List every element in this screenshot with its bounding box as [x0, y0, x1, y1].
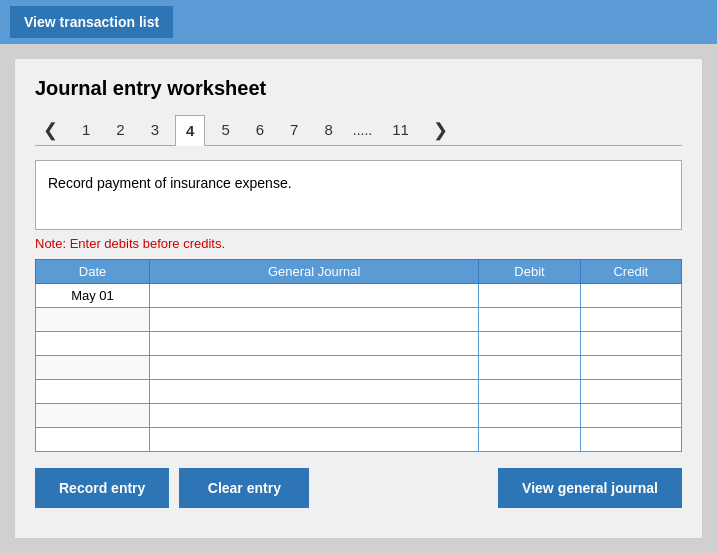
view-transaction-button[interactable]: View transaction list [10, 6, 173, 38]
debit-input-7[interactable] [479, 428, 579, 451]
debit-cell-3[interactable] [479, 332, 580, 356]
gj-input-1[interactable] [150, 284, 478, 307]
buttons-row: Record entry Clear entry View general jo… [35, 468, 682, 508]
debit-cell-6[interactable] [479, 404, 580, 428]
page-title: Journal entry worksheet [35, 77, 682, 100]
col-header-debit: Debit [479, 260, 580, 284]
debit-cell-2[interactable] [479, 308, 580, 332]
description-text: Record payment of insurance expense. [48, 175, 292, 191]
prev-page-button[interactable]: ❮ [35, 115, 66, 145]
credit-input-3[interactable] [581, 332, 681, 355]
gj-cell-5[interactable] [150, 380, 479, 404]
debit-input-6[interactable] [479, 404, 579, 427]
table-row: May 01 [36, 284, 682, 308]
credit-cell-7[interactable] [580, 428, 681, 452]
credit-cell-5[interactable] [580, 380, 681, 404]
credit-cell-1[interactable] [580, 284, 681, 308]
main-container: Journal entry worksheet ❮ 1 2 3 4 5 6 7 … [14, 58, 703, 539]
gj-cell-3[interactable] [150, 332, 479, 356]
page-2-button[interactable]: 2 [106, 115, 134, 144]
gj-input-2[interactable] [150, 308, 478, 331]
table-row [36, 356, 682, 380]
gj-input-6[interactable] [150, 404, 478, 427]
date-cell-4 [36, 356, 150, 380]
page-8-button[interactable]: 8 [314, 115, 342, 144]
col-header-gj: General Journal [150, 260, 479, 284]
debit-input-5[interactable] [479, 380, 579, 403]
debit-input-1[interactable] [479, 284, 579, 307]
gj-cell-1[interactable] [150, 284, 479, 308]
view-general-journal-button[interactable]: View general journal [498, 468, 682, 508]
credit-input-6[interactable] [581, 404, 681, 427]
date-cell-5 [36, 380, 150, 404]
credit-input-2[interactable] [581, 308, 681, 331]
gj-input-7[interactable] [150, 428, 478, 451]
debit-cell-4[interactable] [479, 356, 580, 380]
table-row [36, 404, 682, 428]
top-bar: View transaction list [0, 0, 717, 44]
date-cell-1: May 01 [36, 284, 150, 308]
page-6-button[interactable]: 6 [246, 115, 274, 144]
next-page-button[interactable]: ❯ [425, 115, 456, 145]
page-5-button[interactable]: 5 [211, 115, 239, 144]
credit-input-5[interactable] [581, 380, 681, 403]
table-row [36, 308, 682, 332]
credit-input-4[interactable] [581, 356, 681, 379]
debit-input-3[interactable] [479, 332, 579, 355]
date-cell-2 [36, 308, 150, 332]
clear-entry-button[interactable]: Clear entry [179, 468, 309, 508]
credit-cell-2[interactable] [580, 308, 681, 332]
gj-cell-7[interactable] [150, 428, 479, 452]
page-1-button[interactable]: 1 [72, 115, 100, 144]
gj-input-5[interactable] [150, 380, 478, 403]
credit-cell-4[interactable] [580, 356, 681, 380]
debit-input-2[interactable] [479, 308, 579, 331]
debit-input-4[interactable] [479, 356, 579, 379]
credit-cell-6[interactable] [580, 404, 681, 428]
debit-cell-1[interactable] [479, 284, 580, 308]
pagination-dots: ..... [349, 116, 376, 144]
credit-input-7[interactable] [581, 428, 681, 451]
pagination: ❮ 1 2 3 4 5 6 7 8 ..... 11 ❯ [35, 114, 682, 146]
date-cell-7 [36, 428, 150, 452]
gj-input-4[interactable] [150, 356, 478, 379]
gj-input-3[interactable] [150, 332, 478, 355]
page-11-button[interactable]: 11 [382, 115, 419, 144]
page-4-button[interactable]: 4 [175, 115, 205, 146]
description-box: Record payment of insurance expense. [35, 160, 682, 230]
debit-cell-5[interactable] [479, 380, 580, 404]
date-cell-6 [36, 404, 150, 428]
table-row [36, 332, 682, 356]
gj-cell-6[interactable] [150, 404, 479, 428]
date-cell-3 [36, 332, 150, 356]
gj-cell-4[interactable] [150, 356, 479, 380]
credit-input-1[interactable] [581, 284, 681, 307]
col-header-date: Date [36, 260, 150, 284]
table-row [36, 428, 682, 452]
credit-cell-3[interactable] [580, 332, 681, 356]
table-row [36, 380, 682, 404]
page-7-button[interactable]: 7 [280, 115, 308, 144]
debit-cell-7[interactable] [479, 428, 580, 452]
record-entry-button[interactable]: Record entry [35, 468, 169, 508]
gj-cell-2[interactable] [150, 308, 479, 332]
journal-table: Date General Journal Debit Credit May 01 [35, 259, 682, 452]
page-3-button[interactable]: 3 [141, 115, 169, 144]
note-text: Note: Enter debits before credits. [35, 236, 682, 251]
col-header-credit: Credit [580, 260, 681, 284]
